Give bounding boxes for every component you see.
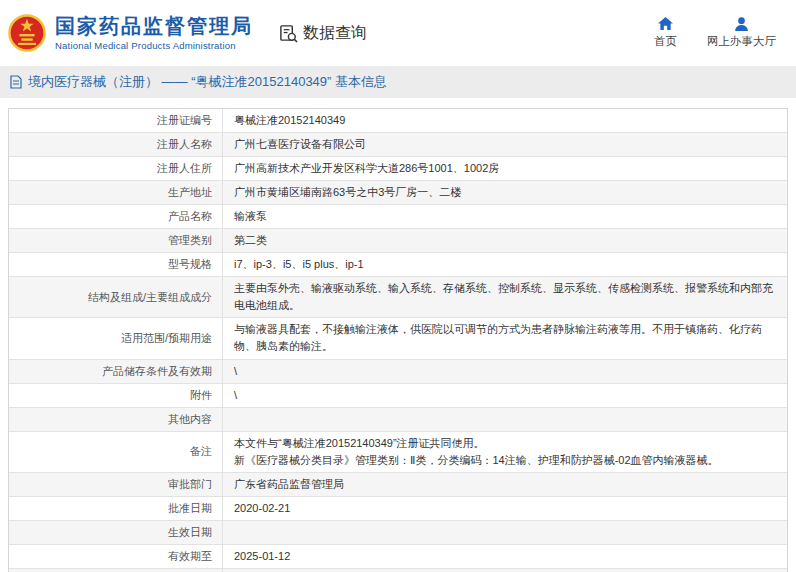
nav-home-label: 首页 (654, 34, 677, 49)
table-row: 审批部门 广东省药品监督管理局 (9, 473, 787, 497)
row-label: 产品名称 (9, 205, 223, 228)
row-value (223, 408, 787, 431)
site-header: 国家药品监督管理局 National Medical Products Admi… (0, 0, 796, 66)
row-label: 注册人名称 (9, 133, 223, 156)
row-label: 适用范围/预期用途 (9, 318, 223, 358)
data-query-icon (279, 24, 298, 43)
data-query-label: 数据查询 (303, 23, 367, 44)
breadcrumb: 境内医疗器械（注册） —— “粤械注准20152140349” 基本信息 (0, 66, 796, 98)
table-row: 产品名称 输液泵 (9, 205, 787, 229)
table-row: 型号规格 i7、ip-3、i5、i5 plus、ip-1 (9, 253, 787, 277)
row-label: 型号规格 (9, 253, 223, 276)
user-icon (734, 17, 749, 31)
row-value: 粤械注准20152140349 (223, 109, 787, 132)
row-label: 注册人住所 (9, 157, 223, 180)
row-label: 审批部门 (9, 473, 223, 496)
row-label: 批准日期 (9, 497, 223, 520)
table-row: 生效日期 (9, 521, 787, 545)
table-row: 注册证编号 粤械注准20152140349 (9, 109, 787, 133)
row-value: 广东省药品监督管理局 (223, 473, 787, 496)
table-row: 有效期至 2025-01-12 (9, 545, 787, 569)
row-value (223, 521, 787, 544)
table-row: 注册人住所 广州高新技术产业开发区科学大道286号1001、1002房 (9, 157, 787, 181)
row-value: 广州高新技术产业开发区科学大道286号1001、1002房 (223, 157, 787, 180)
row-value: \ (223, 360, 787, 383)
row-value: 广州市黄埔区埔南路63号之中3号厂房一、二楼 (223, 181, 787, 204)
site-title: 国家药品监督管理局 (55, 15, 253, 38)
row-label: 结构及组成/主要组成成分 (9, 277, 223, 317)
nav-home[interactable]: 首页 (654, 17, 677, 49)
table-row: 其他内容 (9, 408, 787, 432)
site-title-en: National Medical Products Administration (55, 40, 253, 51)
table-row: 产品储存条件及有效期 \ (9, 360, 787, 384)
remark-line-2: 新《医疗器械分类目录》管理类别：Ⅱ类，分类编码：14注输、护理和防护器械-02血… (234, 452, 719, 469)
row-label: 注册证编号 (9, 109, 223, 132)
row-label: 管理类别 (9, 229, 223, 252)
row-value: 输液泵 (223, 205, 787, 228)
row-value: 与输液器具配套，不接触输注液体，供医院以可调节的方式为患者静脉输注药液等用。不用… (223, 318, 787, 358)
remark-line-1: 本文件与“粤械注准20152140349”注册证共同使用。 (234, 435, 485, 452)
table-row: 注册人名称 广州七喜医疗设备有限公司 (9, 133, 787, 157)
national-emblem-logo (8, 12, 46, 54)
row-label: 产品储存条件及有效期 (9, 360, 223, 383)
table-row: 备注 本文件与“粤械注准20152140349”注册证共同使用。 新《医疗器械分… (9, 432, 787, 473)
row-value: 本文件与“粤械注准20152140349”注册证共同使用。 新《医疗器械分类目录… (223, 432, 787, 472)
row-value: i7、ip-3、i5、i5 plus、ip-1 (223, 253, 787, 276)
row-label: 生效日期 (9, 521, 223, 544)
row-label: 附件 (9, 384, 223, 407)
document-icon (10, 75, 22, 89)
breadcrumb-text: 境内医疗器械（注册） —— “粤械注准20152140349” 基本信息 (28, 73, 387, 91)
row-label: 备注 (9, 432, 223, 472)
table-row: 批准日期 2020-02-21 (9, 497, 787, 521)
top-nav: 首页 网上办事大厅 (654, 17, 782, 49)
nav-hall-label: 网上办事大厅 (707, 34, 776, 49)
brand-text: 国家药品监督管理局 National Medical Products Admi… (55, 15, 253, 51)
nav-service-hall[interactable]: 网上办事大厅 (707, 17, 776, 49)
table-row: 生产地址 广州市黄埔区埔南路63号之中3号厂房一、二楼 (9, 181, 787, 205)
row-value: 2025-01-12 (223, 545, 787, 568)
registration-info-table: 注册证编号 粤械注准20152140349 注册人名称 广州七喜医疗设备有限公司… (8, 108, 788, 572)
row-label: 生产地址 (9, 181, 223, 204)
row-value: 第二类 (223, 229, 787, 252)
row-value: 2020-02-21 (223, 497, 787, 520)
row-value: \ (223, 384, 787, 407)
table-row: 管理类别 第二类 (9, 229, 787, 253)
row-label: 其他内容 (9, 408, 223, 431)
table-row: 适用范围/预期用途 与输液器具配套，不接触输注液体，供医院以可调节的方式为患者静… (9, 318, 787, 359)
home-icon (658, 17, 673, 31)
row-label: 有效期至 (9, 545, 223, 568)
row-value: 主要由泵外壳、输液驱动系统、输入系统、存储系统、控制系统、显示系统、传感检测系统… (223, 277, 787, 317)
table-row: 附件 \ (9, 384, 787, 408)
nmpa-brand: 国家药品监督管理局 National Medical Products Admi… (8, 12, 253, 54)
table-row: 结构及组成/主要组成成分 主要由泵外壳、输液驱动系统、输入系统、存储系统、控制系… (9, 277, 787, 318)
data-query-tab[interactable]: 数据查询 (279, 23, 367, 44)
row-value: 广州七喜医疗设备有限公司 (223, 133, 787, 156)
